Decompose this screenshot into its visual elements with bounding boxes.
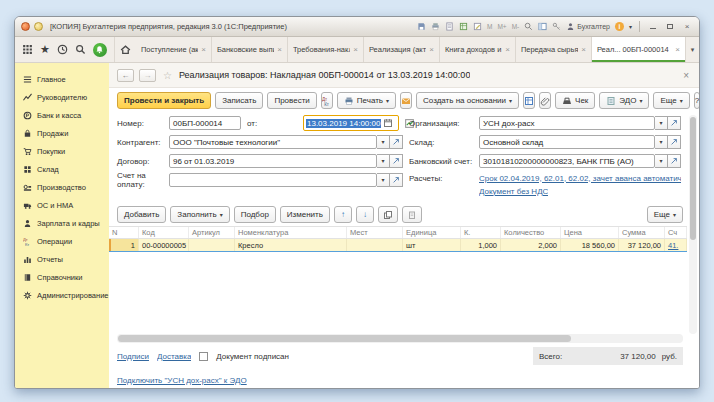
close-tab-icon[interactable]: × — [277, 45, 282, 54]
key-icon[interactable] — [552, 22, 561, 31]
current-user[interactable]: Бухгалтер — [566, 22, 610, 31]
restore-button[interactable] — [664, 21, 676, 32]
column-header-code[interactable]: Код — [139, 227, 189, 238]
vertical-scrollbar-thumb[interactable] — [690, 117, 696, 240]
column-header-quantity[interactable]: Количество — [501, 227, 561, 238]
column-header-sum[interactable]: Сумма — [619, 227, 665, 238]
more-button[interactable]: Еще▾ — [653, 92, 689, 109]
column-header-price[interactable]: Цена — [561, 227, 619, 238]
cell-places[interactable] — [347, 239, 403, 251]
fill-button[interactable]: Заполнить▾ — [170, 206, 229, 223]
tab-realizaciya[interactable]: Реализация (акты,...× — [364, 37, 440, 62]
organization-dropdown-button[interactable]: ▾ — [655, 116, 668, 130]
edit-row-button[interactable]: Изменить — [280, 206, 330, 223]
table-row[interactable]: 1 00-00000005 Кресло шт 1,000 2,000 18 5… — [109, 239, 687, 252]
add-row-button[interactable]: Добавить — [117, 206, 166, 223]
print-icon[interactable] — [431, 22, 440, 31]
calendar-icon[interactable] — [383, 118, 393, 128]
contract-open-button[interactable] — [390, 154, 403, 168]
favorites-icon[interactable]: ★ — [40, 44, 50, 55]
zoom-icon[interactable] — [524, 22, 533, 31]
close-tab-icon[interactable]: × — [201, 45, 206, 54]
cell-article[interactable] — [189, 239, 235, 251]
memory-mplus-button[interactable]: М+ — [497, 23, 506, 30]
pick-button[interactable]: Подбор — [234, 206, 276, 223]
info-icon[interactable]: i — [615, 22, 624, 31]
sidebar-item-rukovoditelyu[interactable]: Руководителю — [15, 88, 109, 106]
move-down-button[interactable]: ↓ — [356, 206, 374, 223]
paste-row-button[interactable] — [402, 206, 422, 223]
warehouse-dropdown-button[interactable]: ▾ — [655, 135, 668, 149]
sidebar-item-os-nma[interactable]: ОС и НМА — [15, 196, 109, 214]
history-icon[interactable] — [57, 44, 68, 55]
memory-m-button[interactable]: М — [487, 23, 492, 30]
date-field[interactable]: 13.03.2019 14:00:00 — [303, 115, 399, 131]
save-button[interactable]: Записать — [215, 92, 263, 109]
sidebar-item-zarplata[interactable]: Зарплата и кадры — [15, 214, 109, 232]
column-header-places[interactable]: Мест — [347, 227, 403, 238]
bank-account-dropdown-button[interactable]: ▾ — [655, 154, 668, 168]
move-up-button[interactable]: ↑ — [334, 206, 352, 223]
horizontal-scrollbar[interactable] — [117, 334, 683, 343]
settlements-link[interactable]: Срок 02.04.2019, 62.01, 62.02, зачет ава… — [479, 174, 681, 183]
sidebar-item-administrirovanie[interactable]: Администрирование — [15, 286, 109, 304]
vertical-scrollbar[interactable] — [689, 115, 697, 334]
column-header-nomenclature[interactable]: Номенклатура — [235, 227, 347, 238]
counterparty-open-button[interactable] — [390, 135, 403, 149]
invoice-dropdown-button[interactable]: ▾ — [377, 173, 390, 187]
sidebar-item-proizvodstvo[interactable]: Производство — [15, 178, 109, 196]
titlebar-caret-icon[interactable]: ▾ — [629, 24, 632, 30]
tab-nakladnaya-active[interactable]: Реал... 00БП-000014× — [592, 37, 686, 62]
copy-row-button[interactable] — [378, 206, 398, 223]
attachments-button[interactable] — [539, 92, 551, 109]
bank-account-open-button[interactable] — [668, 154, 681, 168]
tab-overflow-icon[interactable]: ▾ — [686, 37, 699, 62]
sidebar-item-operacii[interactable]: ДтКтОперации — [15, 232, 109, 250]
counterparty-field[interactable]: ООО "Почтовые технологии" — [169, 135, 377, 149]
cell-n[interactable]: 1 — [109, 239, 139, 251]
number-field[interactable]: 00БП-000014 — [169, 116, 241, 130]
save-icon[interactable] — [417, 22, 426, 31]
sidebar-item-glavnoe[interactable]: Главное — [15, 70, 109, 88]
back-button[interactable]: ← — [117, 69, 134, 82]
sidebar-item-spravochniki[interactable]: Справочники — [15, 268, 109, 286]
tab-trebovaniya[interactable]: Требования-накла...× — [288, 37, 364, 62]
contract-dropdown-button[interactable]: ▾ — [377, 154, 390, 168]
email-button[interactable] — [400, 92, 412, 109]
edo-button[interactable]: ЭДО▾ — [599, 92, 649, 109]
cell-k[interactable]: 1,000 — [461, 239, 501, 251]
close-tab-icon[interactable]: × — [429, 45, 434, 54]
warehouse-open-button[interactable] — [668, 135, 681, 149]
cell-quantity[interactable]: 2,000 — [501, 239, 561, 251]
post-button[interactable]: Провести — [267, 92, 316, 109]
cell-price[interactable]: 18 560,00 — [561, 239, 619, 251]
tab-postuplenie[interactable]: Поступление (ак...× — [136, 37, 212, 62]
forward-button[interactable]: → — [139, 69, 156, 82]
warehouse-field[interactable]: Основной склад — [479, 135, 655, 149]
close-tab-icon[interactable]: × — [675, 45, 680, 54]
column-header-n[interactable]: N — [109, 227, 139, 238]
print-preview-icon[interactable] — [445, 22, 454, 31]
cell-sum[interactable]: 37 120,00 — [619, 239, 665, 251]
counterparty-dropdown-button[interactable]: ▾ — [377, 135, 390, 149]
home-tab[interactable] — [114, 37, 136, 62]
close-document-icon[interactable]: × — [681, 70, 691, 81]
minimize-button[interactable] — [647, 21, 659, 32]
sidebar-item-prodazhi[interactable]: Продажи — [15, 124, 109, 142]
system-menu-icon[interactable] — [21, 22, 30, 31]
account-link[interactable]: 41. — [668, 241, 678, 250]
table-more-button[interactable]: Еще▾ — [647, 206, 683, 223]
notifications-icon[interactable] — [93, 43, 107, 57]
close-tab-icon[interactable]: × — [581, 45, 586, 54]
sidebar-item-bank-kassa[interactable]: Банк и касса — [15, 106, 109, 124]
reports-button[interactable] — [523, 92, 535, 109]
quick-help-icon[interactable] — [34, 22, 43, 31]
close-window-button[interactable]: × — [681, 21, 693, 32]
document-signed-checkbox[interactable] — [199, 352, 208, 361]
post-and-close-button[interactable]: Провести и закрыть — [117, 92, 211, 109]
close-tab-icon[interactable]: × — [353, 45, 358, 54]
column-header-account[interactable]: Сч — [665, 227, 687, 238]
column-header-unit[interactable]: Единица — [403, 227, 461, 238]
print-button[interactable]: Печать▾ — [337, 92, 396, 109]
sidebar-item-otchety[interactable]: Отчеты — [15, 250, 109, 268]
